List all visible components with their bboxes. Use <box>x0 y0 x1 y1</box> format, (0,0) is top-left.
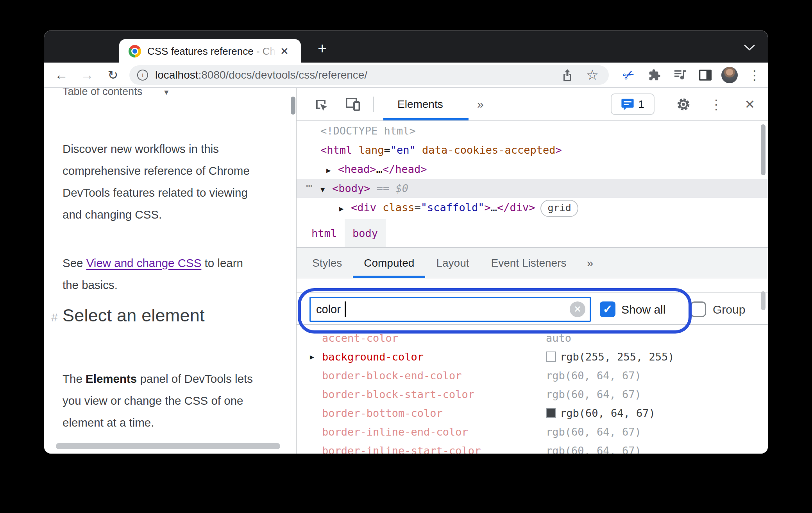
issues-count: 1 <box>638 98 644 111</box>
page-scrollbar-track <box>290 88 290 436</box>
site-info-icon[interactable]: i <box>137 70 148 81</box>
url-path: :8080/docs/devtools/css/reference/ <box>199 69 368 81</box>
dom-row[interactable]: ▶<div class="scaffold">…</div>grid <box>297 198 768 217</box>
extensions-puzzle-icon[interactable] <box>644 63 665 87</box>
profile-avatar[interactable] <box>719 63 740 87</box>
color-swatch[interactable] <box>546 408 556 418</box>
bookmark-star-icon[interactable]: ☆ <box>586 68 599 82</box>
code-token: <head> <box>338 163 376 175</box>
property-value-text: auto <box>546 332 571 344</box>
property-name: border-inline-start-color <box>322 445 481 454</box>
devtools-tab-elements[interactable]: Elements <box>397 88 443 120</box>
expand-arrow-icon[interactable]: ▶ <box>339 199 351 218</box>
color-swatch[interactable] <box>546 352 556 362</box>
property-name: accent-color <box>322 332 398 344</box>
devtools-close-icon[interactable]: ✕ <box>737 88 762 120</box>
see-paragraph: See View and change CSS to learn the bas… <box>63 252 243 296</box>
devtools-menu-icon[interactable]: ⋮ <box>704 88 729 120</box>
tab-title: CSS features reference - Chrome <box>147 45 276 57</box>
code-token: … <box>376 163 383 175</box>
url-host: localhost <box>155 69 199 81</box>
filter-input[interactable] <box>309 297 591 322</box>
dom-row[interactable]: <!DOCTYPE html> <box>297 121 768 140</box>
dom-row[interactable]: ▶<head>…</head> <box>297 160 768 179</box>
tab-layout[interactable]: Layout <box>425 248 480 278</box>
page-vertical-scrollbar[interactable] <box>291 97 295 115</box>
expand-arrow-icon[interactable]: ▶ <box>326 161 338 180</box>
code-token: </head> <box>383 163 427 175</box>
dom-row[interactable]: <html lang="en" data-cookies-accepted> <box>297 140 768 160</box>
more-panels-icon[interactable]: » <box>477 88 484 120</box>
computed-property-row[interactable]: border-inline-start-colorrgb(60, 64, 67) <box>297 441 768 454</box>
property-value: rgb(60, 64, 67) <box>546 404 655 423</box>
styles-tab-bar: Styles Computed Layout Event Listeners » <box>297 247 768 278</box>
devtools-toolbar: Elements » 1 ⋮ ✕ <box>297 88 768 121</box>
text-caret <box>345 301 346 317</box>
code-token: <div <box>351 201 376 213</box>
browser-tab[interactable]: CSS features reference - Chrome ✕ <box>119 39 301 63</box>
tab-search-chevron-icon[interactable] <box>744 44 755 51</box>
breadcrumb-html[interactable]: html <box>304 219 345 247</box>
table-of-contents-toggle[interactable]: Table of contents▾ <box>63 88 168 98</box>
more-tabs-icon[interactable]: » <box>578 248 603 278</box>
devtools-panel: Elements » 1 ⋮ ✕ <!DOCTYPE html><html la… <box>297 88 768 454</box>
property-name: border-bottom-color <box>322 407 443 419</box>
group-checkbox[interactable] <box>690 301 706 317</box>
group-label[interactable]: Group <box>713 303 745 316</box>
side-panel-icon[interactable] <box>694 63 716 87</box>
address-bar[interactable]: i localhost:8080/docs/devtools/css/refer… <box>129 65 609 85</box>
forward-button[interactable]: → <box>77 63 97 87</box>
computed-property-row[interactable]: border-block-end-colorrgb(60, 64, 67) <box>297 366 768 385</box>
show-all-label[interactable]: Show all <box>621 303 665 316</box>
toc-caret-icon: ▾ <box>164 88 168 97</box>
property-value: rgb(60, 64, 67) <box>546 366 641 385</box>
back-button[interactable]: ← <box>51 63 72 87</box>
view-and-change-css-link[interactable]: View and change CSS <box>86 256 202 269</box>
grid-badge[interactable]: grid <box>540 200 578 217</box>
computed-property-row[interactable]: border-bottom-colorrgb(60, 64, 67) <box>297 404 768 423</box>
computed-property-row[interactable]: border-block-start-colorrgb(60, 64, 67) <box>297 385 768 404</box>
clear-filter-icon[interactable]: ✕ <box>570 301 585 317</box>
show-all-checkbox[interactable]: ✓ <box>600 301 615 317</box>
code-token: <!DOCTYPE html> <box>320 125 416 137</box>
tab-styles[interactable]: Styles <box>301 248 353 278</box>
node-options-icon[interactable]: ⋯ <box>306 176 311 195</box>
tab-event-listeners[interactable]: Event Listeners <box>480 248 578 278</box>
breadcrumb-body[interactable]: body <box>345 219 386 247</box>
expand-arrow-icon[interactable]: ▼ <box>320 180 332 199</box>
issues-bubble-icon <box>621 98 634 111</box>
code-token: $0 <box>396 182 409 194</box>
device-toolbar-icon[interactable] <box>340 88 365 120</box>
reload-button[interactable]: ↻ <box>103 63 123 87</box>
computed-property-row[interactable]: border-inline-end-colorrgb(60, 64, 67) <box>297 423 768 441</box>
share-icon[interactable] <box>562 68 573 82</box>
settings-gear-icon[interactable] <box>671 88 696 120</box>
computed-filter-row: ✕ ✓ Show all Group <box>297 292 768 325</box>
issues-badge[interactable]: 1 <box>611 93 655 115</box>
devtools-scrollbar-upper[interactable] <box>761 124 765 175</box>
expand-arrow-icon[interactable]: ▶ <box>310 348 314 366</box>
computed-property-row[interactable]: ▶background-colorrgb(255, 255, 255) <box>297 348 768 366</box>
code-token: "scaffold" <box>421 201 485 213</box>
clip-extension-icon[interactable]: ✂ <box>618 63 640 87</box>
inspect-element-icon[interactable] <box>308 88 333 120</box>
dom-row[interactable]: ⋯▼<body> == $0 <box>297 179 768 198</box>
url-text: localhost:8080/docs/devtools/css/referen… <box>155 69 367 81</box>
page-horizontal-scrollbar[interactable] <box>56 443 280 449</box>
property-value-text: rgb(60, 64, 67) <box>560 407 655 419</box>
property-name: border-block-start-color <box>322 388 474 400</box>
media-playlist-icon[interactable] <box>669 63 691 87</box>
tab-strip: CSS features reference - Chrome ✕ + <box>44 30 768 63</box>
computed-property-row[interactable]: accent-colorauto <box>297 329 768 348</box>
code-token: = <box>384 144 390 156</box>
property-name: background-color <box>322 351 424 363</box>
browser-toolbar: ← → ↻ i localhost:8080/docs/devtools/css… <box>44 63 768 88</box>
property-value: rgb(60, 64, 67) <box>546 441 641 454</box>
heading-anchor-icon[interactable]: # <box>51 311 58 324</box>
devtools-scrollbar-lower[interactable] <box>761 291 765 310</box>
code-token: <body> <box>332 182 370 194</box>
new-tab-button[interactable]: + <box>318 41 327 56</box>
browser-menu-icon[interactable]: ⋮ <box>744 63 765 87</box>
tab-close-icon[interactable]: ✕ <box>280 46 289 56</box>
tab-computed[interactable]: Computed <box>353 248 425 278</box>
